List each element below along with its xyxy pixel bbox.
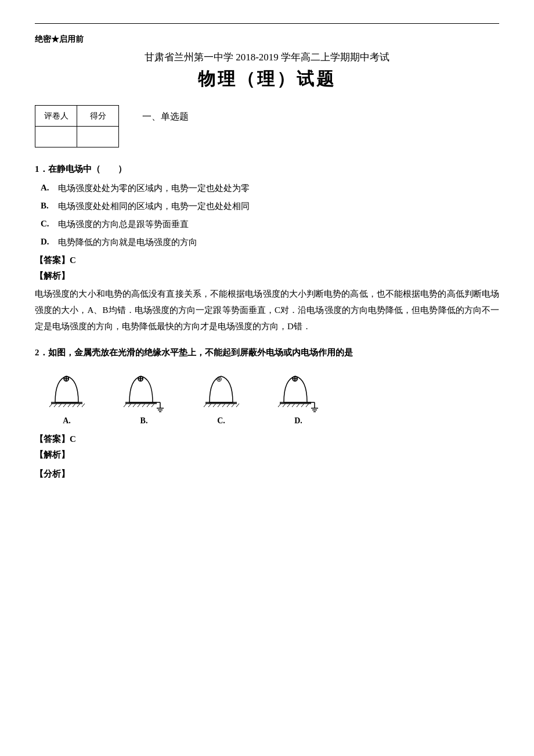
answer-value-1: C: [70, 255, 76, 265]
svg-line-10: [82, 404, 85, 407]
score-table-reviewer-value: [35, 127, 77, 147]
q2-diagram-a-svg: ⊕: [41, 368, 93, 414]
q2-label-d: D.: [294, 416, 302, 426]
score-table: 评卷人 得分: [35, 105, 119, 147]
q2-diagram-c-svg: ⊕: [195, 368, 247, 414]
svg-line-22: [138, 404, 140, 407]
option-b-text: 电场强度处处相同的区域内，电势一定也处处相同: [58, 201, 499, 212]
q2-diagram-b: ⊕ B.: [115, 368, 173, 426]
answer-label-2: 【答案】: [35, 434, 70, 444]
question-2: 2．如图，金属壳放在光滑的绝缘水平垫上，不能起到屏蔽外电场或内电场作用的是 ⊕: [35, 347, 499, 480]
section1-title: 一、单选题: [142, 111, 189, 123]
q2-diagram-d: ⊕ D.: [269, 368, 327, 426]
confidential-label: 绝密★启用前: [35, 34, 499, 45]
question-1-number: 1．: [35, 164, 48, 174]
option-a-text: 电场强度处处为零的区域内，电势一定也处处为零: [58, 183, 499, 194]
question-2-diagrams: ⊕ A. ⊕: [35, 368, 499, 426]
svg-line-33: [222, 404, 225, 407]
question-1-text: 在静电场中（ ）: [48, 164, 127, 174]
q2-label-b: B.: [140, 416, 148, 426]
svg-line-4: [54, 404, 57, 407]
svg-line-48: [292, 404, 295, 407]
question-2-stem: 2．如图，金属壳放在光滑的绝缘水平垫上，不能起到屏蔽外电场或内电场作用的是: [35, 347, 499, 358]
extra-label-2: 【分析】: [35, 469, 499, 480]
main-title: 物理（理）试题: [35, 67, 499, 91]
question-1-option-a: A. 电场强度处处为零的区域内，电势一定也处处为零: [35, 183, 499, 194]
svg-line-5: [59, 404, 62, 407]
question-1-stem: 1．在静电场中（ ）: [35, 164, 499, 175]
question-2-answer: 【答案】C: [35, 434, 499, 445]
svg-text:⊕: ⊕: [291, 375, 298, 383]
q2-diagram-a: ⊕ A.: [41, 368, 93, 426]
score-section: 评卷人 得分 一、单选题: [35, 105, 499, 147]
analysis-label-1: 【解析】: [35, 271, 499, 282]
svg-line-30: [208, 404, 211, 407]
score-table-col2-header: 得分: [77, 106, 119, 127]
question-1: 1．在静电场中（ ） A. 电场强度处处为零的区域内，电势一定也处处为零 B. …: [35, 164, 499, 334]
analysis-label-2: 【解析】: [35, 449, 499, 460]
answer-label-1: 【答案】: [35, 255, 70, 265]
option-a-label: A.: [41, 183, 58, 193]
svg-line-49: [297, 404, 300, 407]
option-c-label: C.: [41, 219, 58, 229]
option-c-text: 电场强度的方向总是跟等势面垂直: [58, 219, 499, 230]
option-b-label: B.: [41, 201, 58, 211]
svg-line-31: [213, 404, 216, 407]
svg-line-3: [49, 404, 52, 407]
top-divider: [35, 23, 499, 24]
svg-line-21: [133, 404, 136, 407]
svg-line-47: [287, 404, 290, 407]
option-d-text: 电势降低的方向就是电场强度的方向: [58, 237, 499, 248]
analysis-text-1: 电场强度的大小和电势的高低没有直接关系，不能根据电场强度的大小判断电势的高低，也…: [35, 286, 499, 334]
answer-value-2: C: [70, 434, 76, 444]
question-1-option-b: B. 电场强度处处相同的区域内，电势一定也处处相同: [35, 201, 499, 212]
svg-line-19: [124, 404, 127, 407]
svg-text:⊕: ⊕: [137, 375, 144, 383]
school-title: 甘肃省兰州第一中学 2018-2019 学年高二上学期期中考试: [35, 51, 499, 64]
svg-line-36: [236, 404, 239, 407]
question-1-option-d: D. 电势降低的方向就是电场强度的方向: [35, 237, 499, 248]
svg-line-29: [204, 404, 207, 407]
q2-label-c: C.: [217, 416, 225, 426]
svg-line-35: [232, 404, 234, 407]
question-2-number: 2．: [35, 348, 48, 357]
svg-line-9: [77, 404, 80, 407]
svg-text:⊕: ⊕: [63, 375, 70, 383]
svg-line-34: [227, 404, 230, 407]
svg-line-24: [147, 404, 150, 407]
svg-line-20: [128, 404, 131, 407]
option-d-label: D.: [41, 237, 58, 247]
svg-line-32: [218, 404, 221, 407]
svg-line-46: [283, 404, 286, 407]
question-1-answer: 【答案】C: [35, 255, 499, 266]
svg-line-23: [142, 404, 145, 407]
svg-text:⊕: ⊕: [216, 375, 222, 383]
svg-line-45: [278, 404, 281, 407]
question-1-option-c: C. 电场强度的方向总是跟等势面垂直: [35, 219, 499, 230]
svg-line-8: [73, 404, 75, 407]
svg-line-6: [63, 404, 66, 407]
score-table-col1-header: 评卷人: [35, 106, 77, 127]
q2-label-a: A.: [63, 416, 71, 426]
q2-diagram-b-svg: ⊕: [115, 368, 173, 414]
score-table-score-value: [77, 127, 119, 147]
svg-line-25: [151, 404, 154, 407]
q2-diagram-c: ⊕ C.: [195, 368, 247, 426]
svg-line-51: [306, 404, 309, 407]
svg-line-7: [68, 404, 71, 407]
svg-line-50: [301, 404, 304, 407]
q2-diagram-d-svg: ⊕: [269, 368, 327, 414]
question-2-text: 如图，金属壳放在光滑的绝缘水平垫上，不能起到屏蔽外电场或内电场作用的是: [48, 348, 353, 357]
